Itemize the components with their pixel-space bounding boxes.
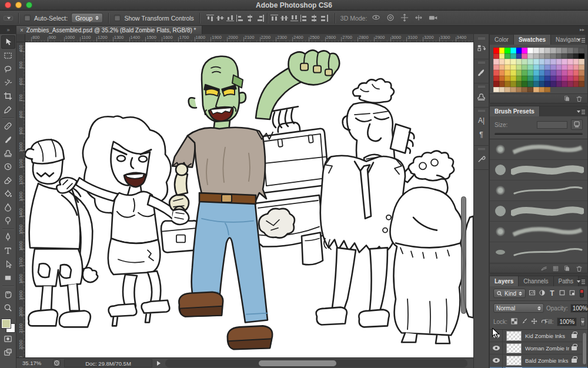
color-swatch[interactable]	[510, 48, 516, 53]
color-swatch[interactable]	[527, 65, 533, 71]
brush-settings-icon[interactable]	[476, 66, 487, 78]
color-swatch[interactable]	[516, 87, 522, 93]
zoom-level-field[interactable]: 35.17%	[16, 360, 53, 366]
color-swatch[interactable]	[556, 81, 562, 87]
tool-presets-icon[interactable]	[476, 153, 487, 165]
color-swatch[interactable]	[516, 59, 522, 65]
roll-icon[interactable]	[386, 14, 395, 23]
color-swatch[interactable]	[499, 87, 505, 93]
color-swatch[interactable]	[562, 76, 567, 82]
color-swatch[interactable]	[550, 59, 556, 65]
color-swatch[interactable]	[573, 48, 579, 53]
color-swatch[interactable]	[516, 65, 522, 71]
foreground-color-chip[interactable]	[2, 319, 11, 328]
color-swatch[interactable]	[499, 76, 505, 82]
color-swatch[interactable]	[505, 53, 510, 59]
panel-menu-icon[interactable]	[577, 38, 585, 42]
clone-source-icon[interactable]	[476, 91, 487, 102]
color-swatch[interactable]	[556, 48, 562, 53]
color-swatch[interactable]	[579, 81, 584, 87]
color-swatch[interactable]	[516, 76, 522, 82]
color-swatch[interactable]	[579, 59, 584, 65]
align-left-icon[interactable]	[236, 15, 244, 22]
color-swatch[interactable]	[556, 65, 562, 71]
dist-hcenter-icon[interactable]	[310, 15, 318, 22]
dock-history-group[interactable]	[473, 35, 489, 59]
color-swatch[interactable]	[505, 81, 510, 87]
tab-paths[interactable]: Paths	[554, 276, 579, 286]
tab-swatches[interactable]: Swatches	[514, 35, 551, 45]
dist-right-icon[interactable]	[320, 15, 328, 22]
color-swatch[interactable]	[544, 70, 550, 76]
canvas-horizontal-scrollbar[interactable]	[165, 359, 467, 367]
color-swatch[interactable]	[562, 48, 567, 53]
show-transform-checkbox[interactable]	[114, 15, 121, 21]
slide-icon[interactable]	[415, 14, 423, 23]
type-tool[interactable]	[1, 244, 15, 257]
color-swatch[interactable]	[533, 59, 539, 65]
color-swatch[interactable]	[550, 48, 556, 53]
align-vcenter-icon[interactable]	[216, 15, 224, 22]
layers-scrollbar[interactable]	[582, 332, 587, 365]
color-swatch[interactable]	[522, 53, 527, 59]
color-swatch[interactable]	[522, 81, 527, 87]
blend-mode-dropdown[interactable]: Normal	[493, 303, 544, 313]
eyedropper-tool[interactable]	[1, 103, 15, 116]
delete-swatch-icon[interactable]	[576, 95, 583, 102]
color-swatch[interactable]	[522, 59, 527, 65]
tool-preset-picker[interactable]	[4, 16, 13, 21]
color-swatch[interactable]	[567, 76, 573, 82]
color-swatch[interactable]	[505, 76, 510, 82]
color-swatch[interactable]	[516, 53, 522, 59]
color-swatch[interactable]	[510, 76, 516, 82]
layer-row[interactable]: Kid Zombie Inks	[490, 330, 587, 342]
lock-position-icon[interactable]	[531, 318, 537, 326]
dock-tool-presets-group[interactable]	[473, 146, 489, 170]
brush-stroke-icon[interactable]	[540, 265, 547, 272]
color-swatch[interactable]	[527, 59, 533, 65]
dist-left-icon[interactable]	[300, 15, 308, 22]
hand-tool[interactable]	[1, 287, 15, 301]
color-swatch[interactable]	[539, 48, 545, 53]
color-swatch[interactable]	[550, 65, 556, 71]
color-swatch[interactable]	[493, 48, 499, 53]
color-swatch[interactable]	[544, 53, 550, 59]
color-swatch[interactable]	[499, 53, 505, 59]
brush-size-slider[interactable]	[495, 133, 583, 136]
brush-preset-item[interactable]	[490, 180, 587, 201]
color-swatch[interactable]	[493, 70, 499, 76]
color-swatch[interactable]	[533, 76, 539, 82]
align-right-icon[interactable]	[256, 15, 264, 22]
color-swatch[interactable]	[493, 59, 499, 65]
orbit-icon[interactable]	[372, 14, 380, 22]
color-swatch[interactable]	[505, 59, 510, 65]
texture-icon[interactable]	[552, 265, 559, 272]
dodge-tool[interactable]	[1, 214, 15, 228]
color-swatch[interactable]	[522, 65, 527, 71]
auto-select-target-dropdown[interactable]: Group	[71, 13, 103, 23]
brush-preset-item[interactable]	[490, 139, 587, 160]
brush-size-field[interactable]	[537, 121, 567, 129]
document-tab[interactable]: × Zombies_Assembled.psd @ 35.2% (Bald Zo…	[16, 26, 202, 34]
pan-icon[interactable]	[400, 14, 409, 23]
color-swatch[interactable]	[550, 76, 556, 82]
delete-brush-icon[interactable]	[576, 265, 583, 272]
color-swatch[interactable]	[544, 48, 550, 53]
eraser-tool[interactable]	[1, 173, 15, 187]
color-swatch[interactable]	[562, 65, 567, 71]
color-swatch[interactable]	[579, 65, 584, 71]
color-swatch[interactable]	[527, 53, 533, 59]
tab-layers[interactable]: Layers	[490, 276, 519, 286]
panel-menu-icon[interactable]	[577, 109, 585, 114]
filter-shape-layers-icon[interactable]	[559, 289, 566, 297]
move-tool[interactable]	[1, 35, 15, 49]
layer-row[interactable]: Bald Zombie Inks	[490, 354, 587, 367]
color-swatch[interactable]	[567, 59, 573, 65]
horizontal-scroll-thumb[interactable]	[259, 360, 336, 366]
filter-type-layers-icon[interactable]: T	[549, 289, 556, 297]
close-tab-icon[interactable]: ×	[20, 27, 24, 34]
color-swatch[interactable]	[516, 81, 522, 87]
canvas-vertical-scrollbar[interactable]	[461, 196, 466, 314]
color-swatch[interactable]	[527, 48, 533, 53]
color-swatch[interactable]	[562, 59, 567, 65]
